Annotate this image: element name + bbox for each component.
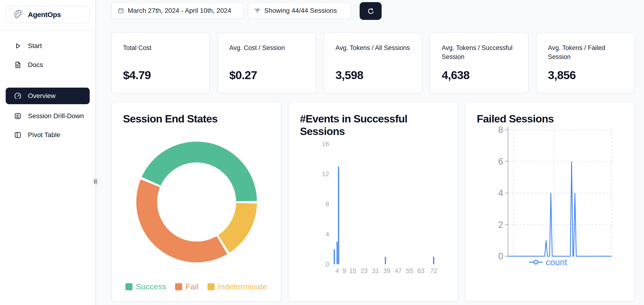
legend-label-count[interactable]: count [546,257,567,267]
donut-segment-indeterminate[interactable] [218,203,257,252]
y-tick-label: 0 [498,251,503,261]
chart-title: Session End States [112,102,281,125]
date-range-label: March 27th, 2024 - April 10th, 2024 [128,7,231,15]
sidebar-item-session-drill-down[interactable]: Session Drill-Down [6,107,90,126]
legend-swatch-fail [175,283,182,290]
stat-value: $4.79 [123,69,151,82]
x-tick-label: 39 [383,267,390,274]
x-tick-label: 63 [417,267,424,274]
failed-sessions-line-chart: 02468count [465,102,636,302]
legend-item-indeterminate[interactable]: Indeterminate [208,282,267,291]
stat-card-avg-tokens-successful: Avg. Tokens / Successful Session 4,638 [430,32,528,94]
stat-label: Avg. Tokens / All Sessions [336,44,410,53]
stat-card-total-cost: Total Cost $4.79 [111,32,210,94]
sidebar-item-pivot-table[interactable]: Pivot Table [6,126,90,144]
sidebar: AgentOps Start Docs [0,0,96,305]
app-title: AgentOps [28,11,61,19]
events-in-successful-sessions-card: #Events in Successful Sessions 048121649… [288,102,458,302]
list-icon [14,112,22,120]
x-tick-label: 4 [335,267,339,274]
sessions-filter-label: Showing 44/44 Sessions [264,7,337,15]
legend-label: Indeterminate [218,282,267,291]
x-tick-label: 55 [406,267,413,274]
legend-marker-icon [534,260,538,264]
sidebar-divider [0,81,95,82]
topbar: March 27th, 2024 - April 10th, 2024 Show… [111,2,635,20]
bar-x72[interactable] [433,257,434,264]
bar-x5[interactable] [338,167,339,264]
sidebar-item-overview[interactable]: Overview [6,88,90,104]
stat-label: Avg. Tokens / Successful Session [442,44,517,62]
stat-label: Avg. Cost / Session [229,44,304,53]
refresh-icon [366,6,376,16]
calendar-icon [118,8,124,14]
stats-row: Total Cost $4.79 Avg. Cost / Session $0.… [111,32,635,94]
gauge-icon [14,92,22,100]
charts-row: Session End States Success Fail Indeterm… [111,102,635,302]
count-line[interactable] [508,161,612,256]
stat-value: 3,856 [548,69,576,82]
bar-x2[interactable] [334,249,335,264]
x-tick-label: 72 [430,267,437,274]
sidebar-item-docs[interactable]: Docs [6,55,90,74]
play-icon [14,42,22,50]
sidebar-item-label: Session Drill-Down [28,112,84,120]
stat-card-avg-cost-session: Avg. Cost / Session $0.27 [218,32,316,94]
stat-value: $0.27 [229,69,257,82]
y-tick-label: 16 [322,140,329,148]
main-content: March 27th, 2024 - April 10th, 2024 Show… [96,0,644,305]
y-tick-label: 6 [498,157,503,166]
x-tick-label: 23 [360,267,368,274]
bar-x4[interactable] [336,242,338,264]
refresh-button[interactable] [360,2,382,20]
donut-segment-success[interactable] [142,142,257,201]
session-end-states-card: Session End States Success Fail Indeterm… [111,102,281,302]
stat-label: Avg. Tokens / Failed Session [548,44,623,62]
y-tick-label: 4 [498,188,503,198]
paperclip-logo-icon [13,9,23,20]
document-icon [14,61,22,69]
sidebar-item-label: Docs [28,61,43,69]
bar-x38[interactable] [385,257,386,264]
sessions-filter-button[interactable]: Showing 44/44 Sessions [248,2,351,19]
legend-item-fail[interactable]: Fail [175,282,198,291]
legend-swatch-indeterminate [208,283,214,290]
failed-sessions-card: Failed Sessions 02468count [465,102,635,302]
sidebar-divider [0,30,95,31]
y-tick-label: 8 [326,201,329,208]
legend-label: Fail [186,282,198,291]
legend-item-success[interactable]: Success [126,282,166,291]
y-tick-label: 8 [498,125,503,135]
pivot-panel-icon [14,131,22,139]
y-tick-label: 0 [326,261,329,268]
legend-swatch-success [126,283,132,290]
x-tick-label: 9 [342,267,346,274]
events-histogram: 0481216491523313947556372 [289,102,459,302]
stat-value: 4,638 [442,69,470,82]
app-logo[interactable]: AgentOps [6,6,90,23]
y-tick-label: 12 [322,170,329,178]
x-tick-label: 15 [349,267,356,274]
filter-icon [254,8,260,14]
stat-value: 3,598 [336,69,364,82]
sidebar-item-label: Start [28,42,42,50]
stat-card-avg-tokens-all: Avg. Tokens / All Sessions 3,598 [324,32,422,94]
session-end-states-donut [118,138,276,280]
date-range-picker[interactable]: March 27th, 2024 - April 10th, 2024 [111,2,244,19]
y-tick-label: 2 [498,220,503,230]
sidebar-item-label: Pivot Table [28,131,60,139]
x-tick-label: 47 [395,267,402,274]
legend-label: Success [136,282,166,291]
donut-legend: Success Fail Indeterminate [112,282,281,291]
stat-label: Total Cost [123,44,198,53]
stat-card-avg-tokens-failed: Avg. Tokens / Failed Session 3,856 [536,32,635,94]
donut-segment-fail[interactable] [136,179,227,262]
y-tick-label: 4 [326,231,329,238]
sidebar-item-label: Overview [28,92,56,100]
sidebar-item-start[interactable]: Start [6,37,90,55]
x-tick-label: 31 [372,267,379,274]
